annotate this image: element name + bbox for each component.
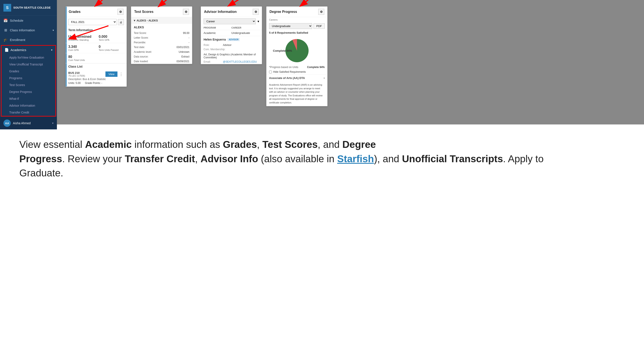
term-gpa-label: Term GPA [99,39,124,41]
sidebar-item-class-info[interactable]: ⊞ Class Information [0,25,57,35]
degree-progress-based-row: *Progress based on Units Complete 94% [266,66,327,69]
sidebar-item-enrollment[interactable]: 🎓 Enrollment [0,35,57,45]
term-select[interactable]: FALL 2021 [68,19,116,25]
submenu-item-advisor-info[interactable]: Advisor Information [2,102,56,109]
hide-satisfied-label: Hide Satisfied Requirements [273,70,306,73]
submenu-item-programs[interactable]: Programs [2,75,56,81]
pdf-button[interactable]: PDF [314,23,325,29]
print-icon [120,20,122,24]
submenu-item-view-transcript[interactable]: View Unofficial Transcript [2,61,56,68]
cum-total-units-val: 80 [68,55,124,59]
chevron-down-icon [52,122,54,125]
degree-career-select[interactable]: Undergraduate [269,23,312,29]
starfish-link[interactable]: Starfish [337,153,374,164]
class-grade-points: Grade Points: - [85,81,102,84]
grades-gear-button[interactable] [118,9,124,15]
test-val: 99.00 [183,31,190,34]
bottom-part1: View essential [19,139,85,150]
degree-panel: Degree Progress Careers: Undergraduate P… [266,6,328,106]
class-item-top: BUS 210 75-LEC (17506) View ⋮ [68,71,124,77]
gear-icon [320,10,323,13]
test-label: Academic level: [134,50,152,53]
bottom-part5: . Review your [62,153,124,164]
bottom-part6: , [195,153,200,164]
svg-line-4 [301,0,320,5]
main-content-gray: Grades FALL 2021 Term Information Undete… [57,0,644,124]
submenu-item-test-scores[interactable]: Test Scores [2,81,56,88]
school-name: SOUTH SEATTLE COLLEGE [13,6,51,10]
submenu-item-transfer-credit[interactable]: Transfer Credit [2,109,56,116]
test-val: 03/01/2021 [176,46,190,49]
academic-standing-val: Undetermined [68,35,94,39]
chevron-down-icon [51,48,52,51]
progress-based-label: *Progress based on Units [269,66,298,69]
test-label: Test Score: [134,31,147,34]
hide-satisfied-checkbox[interactable] [269,71,272,73]
chevron-down-icon [258,19,259,23]
academics-submenu: Apply for/View Graduation View Unofficia… [2,54,56,116]
sidebar-item-schedule[interactable]: 📅 Schedule [0,16,57,25]
degree-panel-header: Degree Progress [266,7,327,17]
submenu-item-degree-progress[interactable]: Degree Progress [2,88,56,95]
advisor-career-val: Undergraduate [232,31,260,34]
term-units-passed-cell: 0 Term Units Passed [96,43,127,53]
grades-title: Grades [69,10,80,14]
term-gpa-cell: 0.000 Term GPA [96,33,127,43]
class-item: BUS 210 75-LEC (17506) View ⋮ Descriptio… [66,69,126,86]
cum-gpa-cell: 3.340 Cum GPA [66,43,96,53]
test-scores-gear-button[interactable] [183,9,189,15]
bottom-academic: Academic [85,139,132,150]
prog-title-text: Associate of Arts (AA) DTA [269,76,305,80]
academic-standing-label: Academic Standing [68,39,94,41]
grades-panel-header: Grades [66,7,126,17]
advisor-career-select[interactable]: Career [204,18,256,24]
bottom-part4: , and [318,139,342,150]
sidebar-item-label: Class Information [10,28,35,32]
view-button[interactable]: View [106,71,118,77]
sidebar-item-label: Enrollment [10,38,25,42]
bottom-test-scores: Test Scores [262,139,318,150]
school-logo-icon: S [4,4,11,11]
sidebar-item-academics[interactable]: 📄 Academics [2,46,56,54]
advisor-title: Advisor Information [204,10,237,14]
bottom-advisor: Advisor Info [200,153,258,164]
test-scores-panel: Test Scores ALEKS - ALEKS ALEKS Test Sco… [131,6,192,64]
advisor-gear-button[interactable] [253,9,259,15]
prog-career-header: PROGRAM CAREER [201,25,262,30]
aleks-name: ALEKS [131,24,192,31]
test-score-row-1: Letter Score: - [134,35,190,40]
cum-total-units-label: Cum Total Units [68,59,124,61]
advisor-career-row: Career [201,17,262,25]
test-scores-title: Test Scores [134,10,154,14]
advisor-panel: Advisor Information Career PROGRAM CAREE… [201,6,262,64]
complete-pct-label: Complete 94% [307,66,325,69]
aleks-section-header[interactable]: ALEKS - ALEKS [131,17,192,24]
test-scores-panel-header: Test Scores [131,7,192,17]
more-button[interactable]: ⋮ [118,72,124,77]
term-gpa-val: 0.000 [99,35,124,39]
table-icon: ⊞ [4,28,8,32]
bottom-part2: information such as [132,139,223,150]
degree-gear-button[interactable] [318,9,324,15]
print-button[interactable] [118,19,124,25]
sidebar-user[interactable]: AA Aisha Ahmed [0,117,57,129]
degree-satisfied-text: 5 of 8 Requirements Satisfied [266,30,327,36]
test-label: Test date: [134,46,145,49]
program-col-header: PROGRAM [204,26,232,29]
chevron-down-icon [52,29,54,32]
class-code-section: BUS 210 75-LEC (17506) [68,71,85,77]
sidebar-item-label: Schedule [10,19,24,22]
degree-prog-title: Associate of Arts (AA) DTA › [266,74,327,81]
user-avatar: AA [4,119,11,127]
academics-icon: 📄 [4,48,9,52]
test-label: Letter Score: [134,36,148,39]
grades-panel: Grades FALL 2021 Term Information Undete… [66,6,127,87]
calendar-icon: 📅 [4,18,8,22]
submenu-item-what-if[interactable]: What-If [2,95,56,102]
submenu-item-grades[interactable]: Grades [2,68,56,75]
role-val: Advisor [223,43,232,46]
advisor-role-row: Role: Advisor [201,43,262,47]
test-val: Unknown [179,50,190,53]
submenu-item-apply-graduation[interactable]: Apply for/View Graduation [2,54,56,61]
sidebar-logo: S SOUTH SEATTLE COLLEGE [0,0,57,16]
